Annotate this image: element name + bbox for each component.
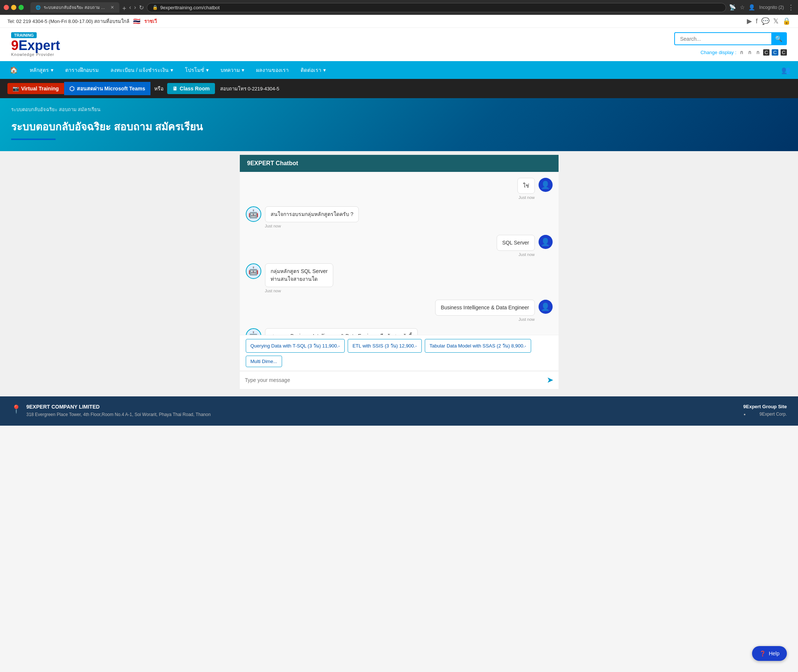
cast-icon[interactable]: 📡 xyxy=(729,4,736,11)
font-size-c2[interactable]: C xyxy=(772,49,778,56)
bot-avatar: 🤖 xyxy=(246,206,261,222)
browser-action-icons: 📡 ☆ 👤 Incognito (2) ⋮ xyxy=(729,3,794,11)
contact-chevron-icon: ▾ xyxy=(323,67,326,73)
contact-info: Tel: 02 219 4304-5 (Mon-Fri 8.00-17.00) … xyxy=(7,18,129,25)
message-row: Business Intelligence & Data Engineer Ju… xyxy=(246,300,553,322)
footer-link-item[interactable]: 9Expert Corp. xyxy=(749,411,787,417)
thai-flag-icon: 🇹🇭 xyxy=(133,18,141,25)
logo-9: 9 xyxy=(11,38,19,53)
banner-bar: 📷 Virtual Training ⬡ สอนสดผ่าน Microsoft… xyxy=(0,79,798,98)
message-row: 🤖 สายงาน Business Intelligence & Data En… xyxy=(246,328,553,335)
virtual-label: Virtual Training xyxy=(21,86,59,91)
message-bubble: กลุ่มหลักสูตร SQL Server ท่านสนใจสายงานใ… xyxy=(265,263,333,287)
refresh-button[interactable]: ↻ xyxy=(139,4,144,11)
bookmark-icon[interactable]: ☆ xyxy=(740,4,745,11)
user-avatar-icon: 👤 xyxy=(541,237,550,246)
nav-schedule[interactable]: ตารางฝึกอบรม xyxy=(59,61,104,78)
nav-contact-label: ติดต่อเรา xyxy=(301,66,321,74)
back-button[interactable]: ‹ xyxy=(129,4,131,11)
nav-home[interactable]: 🏠 xyxy=(4,61,24,78)
logo-expert: Expert xyxy=(19,38,60,53)
suggestion-btn-2[interactable]: ETL with SSIS (3 วัน) 12,900.- xyxy=(348,339,422,353)
tab-close-button[interactable]: ✕ xyxy=(111,5,114,10)
window-controls xyxy=(4,5,24,10)
header-right: 🔍 Change display : ก ก ก C C C xyxy=(674,32,787,57)
message-row: ใช่ Just now 👤 xyxy=(246,178,553,200)
main-nav: 🏠 หลักสูตร ▾ ตารางฝึกอบรม ลงทะเบียน / แจ… xyxy=(0,61,798,79)
youtube-icon[interactable]: ▶ xyxy=(747,17,752,25)
suggestion-btn-1[interactable]: Querying Data with T-SQL (3 วัน) 11,900.… xyxy=(246,339,345,353)
social-icons: ▶ f 💬 𝕏 🔒 xyxy=(747,17,791,25)
search-bar: 🔍 xyxy=(674,32,787,45)
user-message-3: Business Intelligence & Data Engineer Ju… xyxy=(435,300,534,322)
chatbot-header: 9EXPERT Chatbot xyxy=(240,155,559,172)
nav-portfolio[interactable]: ผลงานของเรา xyxy=(250,61,295,78)
lock-icon: 🔒 xyxy=(152,5,158,10)
training-badge: TRAINING xyxy=(11,32,37,38)
font-size-small[interactable]: ก xyxy=(739,48,745,57)
nav-register-label: ลงทะเบียน / แจ้งชำระเงิน xyxy=(111,66,169,74)
nav-register[interactable]: ลงทะเบียน / แจ้งชำระเงิน ▾ xyxy=(104,61,179,78)
user-message-1: ใช่ Just now xyxy=(518,178,535,200)
message-time: Just now xyxy=(519,195,534,200)
classroom-badge: 🖥 Class Room xyxy=(167,83,215,94)
user-avatar: 👤 xyxy=(538,235,553,249)
new-tab-button[interactable]: + xyxy=(122,5,127,13)
site-header: TRAINING 9Expert Knowledge Provider 🔍 Ch… xyxy=(0,28,798,61)
nav-contact[interactable]: ติดต่อเรา ▾ xyxy=(295,61,332,78)
teams-badge: ⬡ สอนสดผ่าน Microsoft Teams xyxy=(64,82,151,95)
send-button[interactable]: ➤ xyxy=(547,375,553,385)
hero-section: ระบบตอบกลับอัจฉริยะ สอบถาม สมัครเรียน ระ… xyxy=(0,98,798,151)
message-time: Just now xyxy=(265,289,333,293)
chatbot-wrapper: 9EXPERT Chatbot ใช่ Just now 👤 🤖 xyxy=(0,151,798,397)
user-avatar-icon: 👤 xyxy=(541,302,550,311)
nav-blog[interactable]: บทความ ▾ xyxy=(215,61,250,78)
logo[interactable]: 9Expert xyxy=(11,39,60,52)
url-text: 9experttraining.com/chatbot xyxy=(160,5,220,10)
facebook-icon[interactable]: f xyxy=(756,18,758,25)
chat-input[interactable] xyxy=(245,375,547,385)
twitter-icon[interactable]: 𝕏 xyxy=(773,17,779,25)
profile-icon[interactable]: 👤 xyxy=(748,4,755,11)
chatbot-scroll[interactable]: ใช่ Just now 👤 🤖 สนใจการอบรมกลุ่มหลักสูต… xyxy=(240,172,559,335)
close-window-button[interactable] xyxy=(4,5,9,10)
bot-avatar: 🤖 xyxy=(246,328,261,335)
top-info-bar: Tel: 02 219 4304-5 (Mon-Fri 8.00-17.00) … xyxy=(0,15,798,28)
user-avatar: 👤 xyxy=(538,178,553,192)
line-icon[interactable]: 💬 xyxy=(761,17,769,25)
footer-links: 9Expert Corp. xyxy=(743,411,787,417)
footer-address: 318 Evergreen Place Tower, 4th Floor,Roo… xyxy=(26,411,210,418)
user-message-2: SQL Server Just now xyxy=(497,235,535,257)
classroom-icon: 🖥 xyxy=(172,86,178,91)
font-size-medium[interactable]: ก xyxy=(747,48,753,57)
bot-avatar: 🤖 xyxy=(246,263,261,279)
nav-promo[interactable]: โปรโมชั่ ▾ xyxy=(179,61,215,78)
maximize-window-button[interactable] xyxy=(19,5,24,10)
nav-courses[interactable]: หลักสูตร ▾ xyxy=(24,61,59,78)
title-underline xyxy=(11,139,56,140)
register-chevron-icon: ▾ xyxy=(170,67,173,73)
lock-icon[interactable]: 🔒 xyxy=(782,17,791,25)
menu-icon[interactable]: ⋮ xyxy=(788,3,794,11)
active-tab[interactable]: 🌐 ระบบตอบกลับอัจฉริยะ สอบถาม สมัครเรียน … xyxy=(30,2,119,13)
suggestion-btn-3[interactable]: Tabular Data Model with SSAS (2 วัน) 8,9… xyxy=(425,339,531,353)
logo-area: TRAINING 9Expert Knowledge Provider xyxy=(11,32,60,57)
url-bar[interactable]: 🔒 9experttraining.com/chatbot xyxy=(147,3,726,12)
minimize-window-button[interactable] xyxy=(11,5,16,10)
font-size-large[interactable]: ก xyxy=(755,48,761,57)
org-chart-icon[interactable]: 👥 xyxy=(778,61,794,79)
user-avatar: 👤 xyxy=(538,300,553,314)
or-text: หรือ xyxy=(151,85,167,93)
font-size-c1[interactable]: C xyxy=(763,49,769,56)
font-size-c3[interactable]: C xyxy=(780,49,787,56)
search-input[interactable] xyxy=(675,34,771,44)
message-row: 🤖 สนใจการอบรมกลุ่มหลักสูตรใดครับ ? Just … xyxy=(246,206,553,228)
suggestion-btn-4[interactable]: Multi Dime... xyxy=(246,356,282,367)
blog-chevron-icon: ▾ xyxy=(242,67,244,73)
forward-button[interactable]: › xyxy=(134,4,136,11)
message-time: Just now xyxy=(519,252,534,257)
nav-promo-label: โปรโมชั่ xyxy=(185,66,204,74)
message-time: Just now xyxy=(519,317,534,322)
search-button[interactable]: 🔍 xyxy=(771,33,786,45)
breadcrumb: ระบบตอบกลับอัจฉริยะ สอบถาม สมัครเรียน xyxy=(11,106,787,114)
